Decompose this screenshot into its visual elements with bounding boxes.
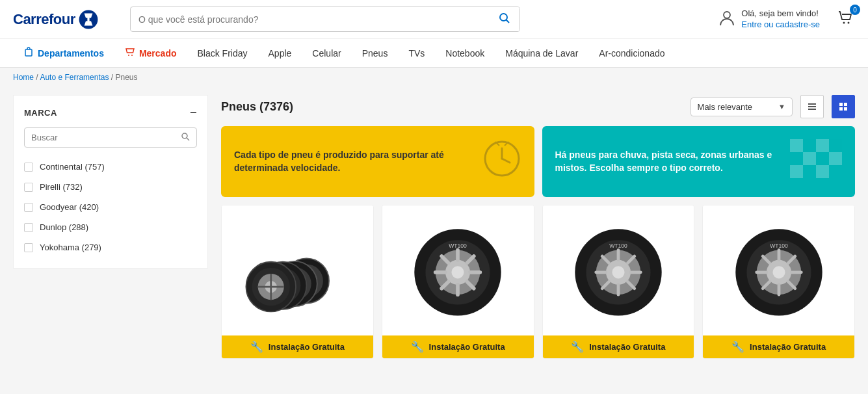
nav-maquina-lavar[interactable]: Máquina de Lavar — [495, 40, 588, 66]
nav-tvs[interactable]: TVs — [398, 40, 435, 66]
svg-line-14 — [187, 138, 189, 140]
apple-label: Apple — [269, 48, 292, 59]
svg-rect-19 — [844, 103, 847, 106]
wrench-icon-2: 🔧 — [411, 341, 424, 353]
product-card-1[interactable]: 🔧 Instalação Gratuita — [221, 205, 374, 359]
user-area[interactable]: Olá, seja bem vindo! Entre ou cadastre-s… — [718, 8, 820, 31]
product-img-4: WT100 — [703, 205, 854, 335]
nav: Departamentos Mercado Black Friday Apple… — [0, 39, 868, 68]
product-img-2: WT100 — [382, 205, 534, 335]
view-list-button[interactable] — [800, 95, 824, 118]
view-grid-button[interactable] — [832, 95, 855, 118]
filter-label: MARCA — [24, 108, 57, 118]
nav-black-friday[interactable]: Black Friday — [187, 40, 258, 66]
collapse-icon[interactable]: − — [190, 106, 197, 120]
content: Pneus (7376) Mais relevante ▼ — [221, 87, 855, 359]
brand-item-dunlop[interactable]: Dunlop (288) — [24, 217, 197, 237]
sort-label: Mais relevante — [698, 102, 753, 112]
banner-teal-text: Há pneus para chuva, pista seca, zonas u… — [555, 149, 780, 174]
product-card-4[interactable]: WT100 🔧 Instalação Gratuita — [702, 205, 855, 359]
main: MARCA − Continental (757) Pirelli (732) … — [0, 87, 868, 359]
search-input[interactable] — [131, 8, 490, 31]
svg-rect-15 — [808, 103, 816, 105]
product-footer-2: 🔧 Instalação Gratuita — [382, 335, 534, 358]
wrench-icon-3: 🔧 — [571, 341, 584, 353]
product-img-3: WT100 — [543, 205, 694, 335]
sidebar: MARCA − Continental (757) Pirelli (732) … — [13, 95, 208, 269]
logo-text: Carrefour — [13, 11, 75, 28]
nav-ar-condicionado[interactable]: Ar-condicionado — [588, 40, 675, 66]
svg-rect-10 — [25, 49, 32, 56]
banner-yellow: Cada tipo de pneu é produzido para supor… — [221, 126, 534, 197]
product-grid: 🔧 Instalação Gratuita — [221, 205, 855, 359]
svg-point-77 — [612, 266, 624, 278]
notebook-label: Notebook — [445, 48, 484, 59]
maquina-lavar-label: Máquina de Lavar — [505, 48, 578, 59]
pneus-label: Pneus — [362, 48, 388, 59]
badge-label-4: Instalação Gratuita — [750, 342, 826, 352]
search-button[interactable] — [490, 7, 519, 31]
svg-rect-4 — [89, 18, 91, 21]
search-bar — [130, 7, 520, 32]
svg-text:WT100: WT100 — [449, 243, 467, 249]
svg-rect-16 — [808, 106, 816, 107]
svg-rect-3 — [85, 18, 87, 21]
header-right: Olá, seja bem vindo! Entre ou cadastre-s… — [718, 7, 855, 31]
brand-search — [24, 127, 197, 148]
badge-label-3: Instalação Gratuita — [589, 342, 665, 352]
product-footer-1: 🔧 Instalação Gratuita — [222, 335, 373, 358]
nav-celular[interactable]: Celular — [302, 40, 351, 66]
celular-label: Celular — [312, 48, 341, 59]
user-text: Olá, seja bem vindo! Entre ou cadastre-s… — [741, 8, 820, 31]
brand-item-yokohama[interactable]: Yokohama (279) — [24, 237, 197, 257]
nav-notebook[interactable]: Notebook — [435, 40, 495, 66]
mercado-icon — [125, 47, 135, 59]
svg-rect-30 — [829, 152, 842, 165]
user-login: Entre ou cadastre-se — [741, 20, 820, 31]
brand-label-continental: Continental (757) — [40, 162, 105, 172]
brand-checkbox-continental[interactable] — [24, 163, 33, 172]
nav-pneus[interactable]: Pneus — [352, 40, 399, 66]
nav-mercado[interactable]: Mercado — [114, 39, 187, 67]
banner-teal: Há pneus para chuva, pista seca, zonas u… — [542, 126, 856, 197]
logo[interactable]: Carrefour — [13, 9, 117, 30]
brand-item-pirelli[interactable]: Pirelli (732) — [24, 177, 197, 197]
brand-item-goodyear[interactable]: Goodyear (420) — [24, 197, 197, 217]
product-footer-4: 🔧 Instalação Gratuita — [703, 335, 854, 358]
chevron-down-icon: ▼ — [778, 103, 785, 111]
brand-item-continental[interactable]: Continental (757) — [24, 157, 197, 177]
brand-checkbox-pirelli[interactable] — [24, 183, 33, 192]
brand-checkbox-goodyear[interactable] — [24, 203, 33, 212]
nav-apple[interactable]: Apple — [258, 40, 302, 66]
svg-point-9 — [848, 22, 850, 24]
pattern-icon — [790, 139, 842, 184]
brand-checkbox-dunlop[interactable] — [24, 223, 33, 232]
banner-yellow-text: Cada tipo de pneu é produzido para supor… — [234, 149, 472, 174]
cart-area[interactable]: 0 — [835, 7, 855, 31]
svg-rect-17 — [808, 109, 816, 110]
brand-search-input[interactable] — [31, 133, 177, 142]
bag-icon — [23, 47, 34, 59]
svg-rect-32 — [816, 165, 829, 178]
sidebar-title: MARCA − — [24, 106, 197, 120]
user-greeting: Olá, seja bem vindo! — [741, 8, 820, 20]
svg-rect-20 — [839, 107, 843, 111]
breadcrumb-home[interactable]: Home — [13, 73, 34, 82]
product-card-2[interactable]: WT100 🔧 Instalação Gratuita — [382, 205, 534, 359]
svg-rect-27 — [790, 139, 803, 152]
nav-departamentos[interactable]: Departamentos — [13, 39, 114, 67]
svg-point-11 — [128, 55, 129, 56]
badge-label-1: Instalação Gratuita — [269, 342, 345, 352]
user-icon — [718, 8, 736, 31]
tvs-label: TVs — [408, 48, 425, 59]
breadcrumb-auto[interactable]: Auto e Ferramentas — [40, 73, 109, 82]
svg-rect-29 — [816, 139, 829, 152]
brand-label-dunlop: Dunlop (288) — [40, 222, 88, 232]
sort-select[interactable]: Mais relevante ▼ — [690, 98, 793, 116]
product-card-3[interactable]: WT100 🔧 Instalação Gratuita — [542, 205, 695, 359]
departamentos-label: Departamentos — [38, 48, 104, 59]
svg-point-5 — [500, 14, 507, 21]
brand-checkbox-yokohama[interactable] — [24, 243, 33, 252]
banners: Cada tipo de pneu é produzido para supor… — [221, 126, 855, 197]
svg-point-13 — [182, 133, 187, 138]
